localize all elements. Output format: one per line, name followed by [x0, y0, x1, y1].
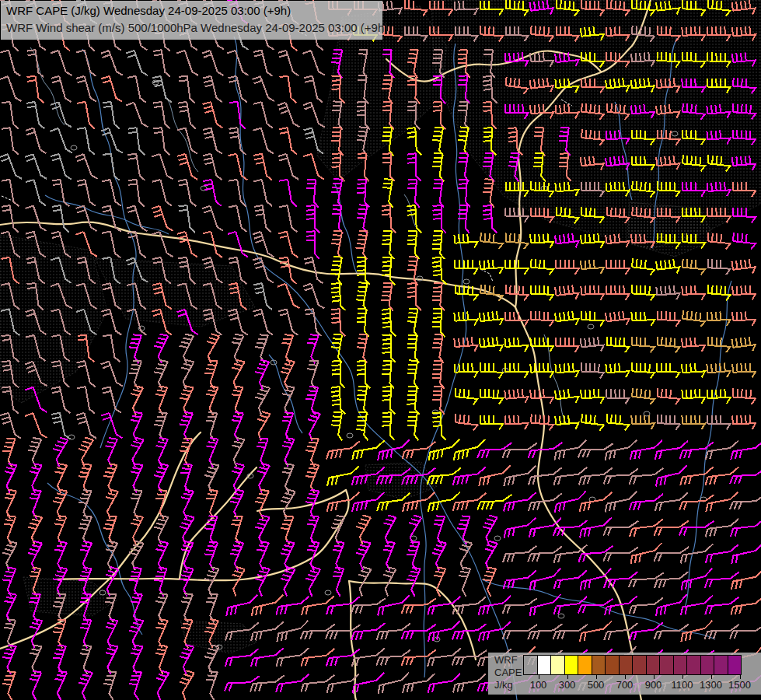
- legend-color-box: [659, 655, 674, 675]
- legend-label-line1: WRF: [494, 654, 522, 667]
- legend-tick-label: 300: [559, 679, 576, 691]
- legend-color-box-transparent: [523, 655, 538, 675]
- legend-tick-label: 100: [530, 679, 547, 691]
- legend-color-box: [714, 655, 728, 675]
- legend-color-box: [646, 655, 661, 675]
- weather-map: WRF CAPE (J/kg) Wednesday 24-09-2025 03:…: [0, 0, 761, 700]
- legend-tick-label: 900: [645, 679, 662, 691]
- legend-color-box: [592, 655, 606, 675]
- cape-legend: WRF CAPE J/kg 10030050070090011001300150…: [488, 653, 761, 695]
- legend-color-box: [632, 655, 647, 675]
- legend-tick-label: 1100: [672, 679, 693, 691]
- legend-label-line3: J/kg: [494, 679, 522, 691]
- legend-color-box: [686, 655, 701, 675]
- title-line-shear: WRF Wind shear (m/s) 500/1000hPa Wednesd…: [6, 19, 377, 37]
- title-overlay: WRF CAPE (J/kg) Wednesday 24-09-2025 03:…: [1, 1, 382, 40]
- legend-color-box: [673, 655, 688, 675]
- legend-color-box: [728, 655, 742, 675]
- legend-color-box: [564, 655, 579, 675]
- legend-tick-labels: 100300500700900110013001500: [524, 678, 757, 692]
- legend-label: WRF CAPE J/kg: [494, 654, 522, 691]
- legend-color-box: [605, 655, 620, 675]
- legend-label-line2: CAPE: [494, 667, 522, 679]
- legend-tick-label: 700: [616, 679, 634, 691]
- legend-color-box: [537, 655, 552, 675]
- legend-color-box: [578, 655, 592, 675]
- legend-tick-label: 500: [588, 679, 605, 691]
- legend-color-box: [700, 655, 715, 675]
- legend-color-box: [619, 655, 634, 675]
- legend-color-box: [550, 655, 565, 675]
- legend-tick-label: 1300: [700, 679, 722, 691]
- map-canvas: [0, 0, 761, 700]
- title-line-cape: WRF CAPE (J/kg) Wednesday 24-09-2025 03:…: [6, 2, 377, 19]
- legend-tick-label: 1500: [728, 679, 751, 691]
- legend-color-scale: [524, 655, 742, 675]
